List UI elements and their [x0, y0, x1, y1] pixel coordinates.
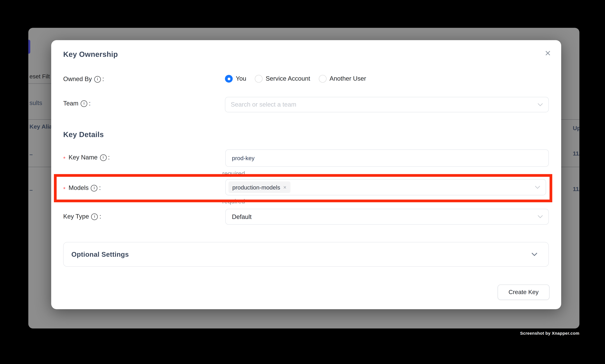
table-row: 11/	[573, 150, 579, 157]
create-key-button-label: Create Key	[509, 289, 539, 296]
key-name-label-text: Key Name	[69, 154, 98, 161]
required-asterisk: *	[63, 185, 65, 192]
row-divider-left	[28, 167, 51, 167]
team-select[interactable]: Search or select a team	[225, 97, 549, 112]
owned-by-radio-group: You Service Account Another User	[225, 75, 366, 83]
table-row: 11/	[573, 186, 579, 192]
key-name-required-error: required	[222, 170, 245, 177]
row-divider-right	[561, 167, 579, 167]
create-key-button-fragment	[28, 40, 30, 54]
chevron-down-icon	[538, 103, 543, 106]
key-type-select[interactable]: Default	[225, 209, 549, 225]
close-icon[interactable]: ✕	[544, 49, 551, 57]
key-ownership-section-title: Key Ownership	[63, 50, 118, 59]
key-name-colon: :	[108, 154, 110, 161]
info-icon[interactable]: i	[94, 76, 101, 82]
owned-by-label-text: Owned By	[63, 76, 92, 83]
table-header-updated: Up	[573, 125, 579, 131]
table-row: –	[29, 151, 33, 158]
models-select[interactable]: production-models ×	[225, 179, 546, 195]
team-select-placeholder: Search or select a team	[231, 101, 296, 108]
team-colon: :	[89, 100, 90, 107]
models-tag-label: production-models	[232, 184, 280, 191]
radio-option-another-user[interactable]: Another User	[319, 75, 366, 83]
key-type-colon: :	[99, 213, 101, 220]
tag-remove-icon[interactable]: ×	[283, 184, 287, 190]
models-colon: :	[99, 184, 101, 192]
watermark-text: Screenshot by Xnapper.com	[520, 331, 579, 336]
owned-by-label: Owned By i :	[63, 76, 104, 83]
chevron-down-icon[interactable]	[531, 252, 538, 256]
models-required-error: required	[222, 198, 245, 205]
key-name-label: * Key Name i :	[63, 154, 110, 161]
owned-by-colon: :	[102, 76, 104, 83]
team-label-text: Team	[63, 100, 78, 107]
key-details-section-title: Key Details	[63, 130, 104, 139]
radio-unselected-icon[interactable]	[255, 75, 263, 83]
models-label: * Models i :	[63, 184, 101, 192]
radio-unselected-icon[interactable]	[319, 75, 326, 83]
chevron-down-icon	[538, 215, 543, 219]
info-icon[interactable]: i	[91, 185, 98, 191]
radio-option-you[interactable]: You	[225, 75, 246, 83]
create-key-button[interactable]: Create Key	[498, 285, 550, 300]
key-name-input[interactable]: prod-key	[225, 149, 549, 167]
required-asterisk: *	[63, 155, 65, 162]
toolbar-divider	[28, 83, 51, 84]
chevron-down-icon	[535, 185, 540, 189]
table-top-divider-right	[561, 119, 579, 120]
optional-settings-title: Optional Settings	[71, 250, 129, 259]
info-icon[interactable]: i	[100, 154, 107, 161]
create-key-modal: ✕ Key Ownership Owned By i : You Service…	[51, 40, 561, 309]
table-top-divider-left	[28, 119, 51, 120]
radio-option-label: Service Account	[266, 75, 310, 82]
info-icon[interactable]: i	[91, 213, 98, 220]
screenshot-stage: eset Filt sults Key Alia Up – 11/ – 11/ …	[0, 0, 605, 364]
radio-option-label: You	[236, 75, 246, 82]
table-row: –	[29, 186, 33, 193]
models-label-text: Models	[69, 184, 89, 192]
reset-filters-partial-text: eset Filt	[29, 73, 50, 80]
key-type-label-text: Key Type	[63, 213, 89, 220]
table-header-key-alias: Key Alia	[29, 123, 52, 130]
team-label: Team i :	[63, 100, 90, 107]
radio-option-service-account[interactable]: Service Account	[255, 75, 310, 83]
key-type-label: Key Type i :	[63, 213, 101, 220]
results-partial-text: sults	[29, 100, 42, 106]
radio-selected-icon[interactable]	[225, 75, 233, 83]
models-selected-tag: production-models ×	[229, 182, 290, 193]
key-name-value: prod-key	[232, 155, 255, 161]
radio-option-label: Another User	[330, 75, 366, 82]
key-type-value: Default	[232, 213, 251, 220]
optional-settings-panel[interactable]: Optional Settings	[63, 242, 549, 267]
info-icon[interactable]: i	[81, 100, 87, 107]
